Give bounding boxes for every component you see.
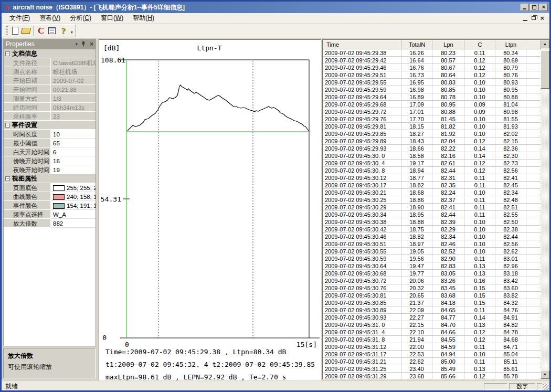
property-value[interactable]: W_A — [51, 210, 96, 219]
property-row[interactable]: 经历时间06h34m13s — [4, 103, 96, 112]
maximize-button[interactable] — [530, 4, 538, 11]
table-row[interactable]: 2009-07-02 09:45:30.1718.8282.350.1182.4… — [323, 182, 541, 189]
property-value[interactable]: 23 — [51, 112, 96, 121]
table-row[interactable]: 2009-07-02 09:45:30.9322.2784.770.1484.9… — [323, 314, 541, 321]
panel-close-icon[interactable]: × — [90, 41, 93, 47]
table-row[interactable]: 2009-07-02 09:45:29.5916.9880.850.1080.9… — [323, 86, 541, 93]
column-header-lpn[interactable]: Lpn — [432, 40, 464, 49]
table-row[interactable]: 2009-07-02 09:45:30.5519.0582.520.1082.6… — [323, 248, 541, 255]
table-row[interactable]: 2009-07-02 09:45:31.1222.0084.590.1184.7… — [323, 343, 541, 351]
property-row[interactable]: 开始时间09:21:38 — [4, 85, 96, 94]
toolbar-overflow-button[interactable]: ▾ — [69, 25, 75, 36]
scroll-up-arrow-icon[interactable]: ▲ — [541, 40, 549, 48]
pin-icon[interactable] — [81, 41, 86, 47]
table-row[interactable]: 2009-07-02 09:45:29.6416.8980.780.1080.8… — [323, 93, 541, 101]
mdi-minimize-icon[interactable] — [523, 20, 527, 21]
scroll-down-arrow-icon[interactable]: ▼ — [541, 370, 549, 379]
table-row[interactable]: 2009-07-02 09:45:30.2118.6882.240.1082.3… — [323, 189, 541, 196]
table-row[interactable]: 2009-07-02 09:45:30.3818.8882.390.1082.5… — [323, 218, 541, 226]
property-value[interactable]: 65 — [51, 139, 96, 147]
property-value[interactable]: 882 — [51, 219, 96, 228]
property-row[interactable]: 夜晚开始时间19 — [4, 165, 96, 174]
property-row[interactable]: 开始日期2009-07-02 — [4, 76, 96, 85]
table-row[interactable]: 2009-07-02 09:45:29.9318.6682.220.1482.3… — [323, 145, 541, 152]
property-value[interactable]: 06h34m13s — [51, 103, 96, 112]
property-row[interactable]: 事件颜色154; 191; 18 — [4, 201, 96, 210]
table-row[interactable]: 2009-07-02 09:45:29.8518.2781.920.1082.0… — [323, 130, 541, 137]
table-row[interactable]: 2009-07-02 09:45:30.2518.8682.370.1182.4… — [323, 196, 541, 204]
table-row[interactable]: 2009-07-02 09:45:29.7217.0180.880.0980.9… — [323, 108, 541, 115]
mdi-close-icon[interactable]: × — [540, 16, 544, 21]
column-header-totaln[interactable]: TotalN — [401, 40, 432, 49]
property-row[interactable]: 白天开始时间6 — [4, 147, 96, 156]
table-row[interactable]: 2009-07-02 09:45:31. 422.1084.660.1284.7… — [323, 329, 541, 336]
table-row[interactable]: 2009-07-02 09:45:29.8118.1581.820.1081.9… — [323, 123, 541, 130]
table-row[interactable]: 2009-07-02 09:45:30.8120.6583.680.1583.8… — [323, 292, 541, 299]
property-value[interactable]: 10 — [51, 130, 96, 139]
table-row[interactable]: 2009-07-02 09:45:30.6819.7783.050.1383.1… — [323, 270, 541, 277]
collapse-icon[interactable]: − — [5, 123, 10, 128]
property-row[interactable]: 傍晚开始时间16 — [4, 156, 96, 165]
property-row[interactable]: 时间长度10 — [4, 130, 96, 139]
table-row[interactable]: 2009-07-02 09:45:29.5516.9580.830.1080.9… — [323, 79, 541, 86]
property-value[interactable]: 1/3 — [51, 94, 96, 103]
mdi-restore-icon[interactable] — [532, 16, 536, 20]
table-scrollbar[interactable]: ▲ ▼ — [541, 40, 549, 379]
column-header-c[interactable]: C — [464, 40, 495, 49]
table-row[interactable]: 2009-07-02 09:45:30. 419.1782.610.1282.7… — [323, 160, 541, 167]
table-row[interactable]: 2009-07-02 09:45:29.4216.6480.570.1280.6… — [323, 57, 541, 64]
table-row[interactable]: 2009-07-02 09:45:31.2122.6285.000.1185.1… — [323, 358, 541, 365]
table-row[interactable]: 2009-07-02 09:45:29.7617.7081.450.1081.5… — [323, 115, 541, 123]
table-row[interactable]: 2009-07-02 09:45:30. 818.9482.440.1282.5… — [323, 167, 541, 174]
table-row[interactable]: 2009-07-02 09:45:29.6817.0980.950.0981.0… — [323, 101, 541, 108]
properties-panel-header[interactable]: Properties ▾ × — [3, 39, 96, 49]
menu-item-0[interactable]: 文件(F) — [5, 13, 35, 24]
analyze-button[interactable]: C — [35, 25, 46, 36]
table-row[interactable]: 2009-07-02 09:45:30.6419.4782.830.1382.9… — [323, 262, 541, 270]
table-row[interactable]: 2009-07-02 09:45:30.8922.0984.650.1184.7… — [323, 306, 541, 314]
property-value[interactable]: C:\awa6298\机场 — [51, 58, 96, 67]
property-value[interactable]: 240; 158; 15 — [51, 192, 96, 201]
scrollbar-thumb[interactable] — [541, 50, 549, 89]
table-row[interactable]: 2009-07-02 09:45:30.3418.9582.440.1182.5… — [323, 211, 541, 218]
open-file-button[interactable] — [20, 25, 31, 36]
property-row[interactable]: 测量方式1/3 — [4, 94, 96, 103]
help-button[interactable]: ? — [58, 25, 69, 36]
table-row[interactable]: 2009-07-02 09:45:29.4616.7680.670.1280.7… — [323, 64, 541, 71]
property-section-header[interactable]: −视图属性 — [4, 174, 96, 183]
property-value[interactable]: 09:21:38 — [51, 85, 96, 94]
panel-menu-chevron-icon[interactable]: ▾ — [75, 41, 78, 47]
table-row[interactable]: 2009-07-02 09:45:31. 821.9484.550.1284.6… — [323, 336, 541, 343]
table-row[interactable]: 2009-07-02 09:45:30.4218.7582.290.1082.3… — [323, 226, 541, 233]
table-row[interactable]: 2009-07-02 09:45:29.3816.2680.230.1180.3… — [323, 49, 541, 57]
table-row[interactable]: 2009-07-02 09:45:30.2918.9082.410.1182.5… — [323, 204, 541, 211]
table-row[interactable]: 2009-07-02 09:45:30.7220.0683.260.1683.4… — [323, 277, 541, 284]
table-row[interactable]: 2009-07-02 09:45:30.7620.3283.450.1583.6… — [323, 284, 541, 292]
property-row[interactable]: 最小阈值65 — [4, 139, 96, 147]
property-row[interactable]: 频率点选择W_A — [4, 210, 96, 219]
minimize-button[interactable] — [521, 4, 529, 11]
property-row[interactable]: 文件路径C:\awa6298\机场 — [4, 58, 96, 67]
property-value[interactable]: 255; 255; 25 — [51, 183, 96, 192]
table-row[interactable]: 2009-07-02 09:45:30.4618.8282.340.1082.4… — [323, 233, 541, 240]
property-value[interactable]: 栎社机场 — [51, 67, 96, 76]
menu-item-3[interactable]: 窗口(W) — [96, 13, 128, 24]
table-row[interactable]: 2009-07-02 09:45:31.2523.4085.490.1385.6… — [323, 365, 541, 373]
table-row[interactable]: 2009-07-02 09:45:30.5118.9782.460.1082.5… — [323, 240, 541, 248]
property-value[interactable]: 19 — [51, 165, 96, 174]
collapse-icon[interactable]: − — [5, 51, 10, 56]
close-button[interactable]: × — [539, 4, 548, 11]
column-header-ltpn[interactable]: Ltpn — [495, 40, 526, 49]
property-row[interactable]: 采样频率23 — [4, 112, 96, 121]
new-file-button[interactable] — [9, 25, 20, 36]
property-value[interactable]: 16 — [51, 156, 96, 165]
property-row[interactable]: 测点名称栎社机场 — [4, 67, 96, 76]
menu-item-4[interactable]: 帮助(H) — [128, 13, 159, 24]
property-row[interactable]: 放大倍数882 — [4, 219, 96, 228]
property-value[interactable]: 6 — [51, 147, 96, 156]
collapse-icon[interactable]: − — [5, 176, 10, 181]
property-value[interactable]: 154; 191; 18 — [51, 201, 96, 210]
table-row[interactable]: 2009-07-02 09:45:29.8918.4382.040.1282.1… — [323, 137, 541, 145]
table-row[interactable]: 2009-07-02 09:45:30. 018.5882.160.1482.3… — [323, 152, 541, 160]
title-bar[interactable]: ✈ aircraft noise（ISO3891）- [飞机噪声分析1--事件5… — [2, 2, 549, 13]
